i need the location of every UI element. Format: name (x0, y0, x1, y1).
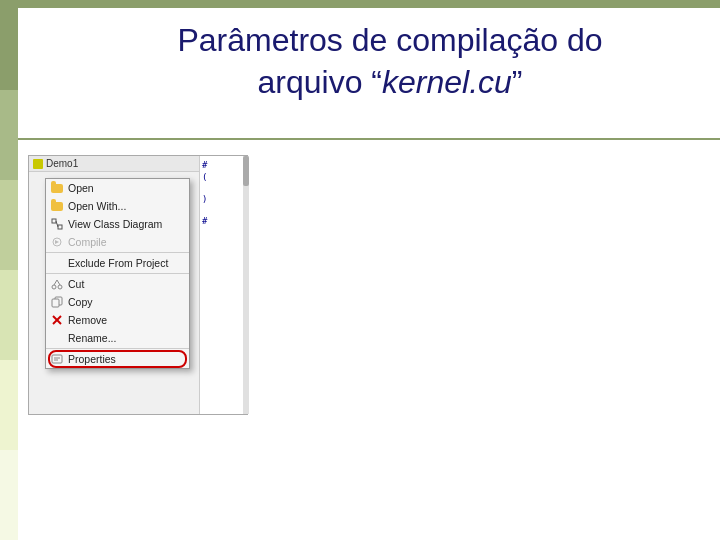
cut-icon (50, 277, 64, 291)
svg-line-7 (57, 280, 60, 285)
code-line-3: ) (202, 194, 247, 204)
code-line-1: # (202, 160, 247, 170)
menu-sep-2 (46, 273, 189, 274)
properties-icon (50, 352, 64, 366)
menu-label-view-class: View Class Diagram (68, 218, 183, 230)
project-icon (33, 159, 43, 169)
menu-label-cut: Cut (68, 278, 183, 290)
title-line2-suffix: ” (512, 64, 523, 100)
menu-item-remove[interactable]: Remove (46, 311, 189, 329)
menu-item-compile: Compile (46, 233, 189, 251)
open-icon (50, 181, 64, 195)
scrollbar-thumb[interactable] (243, 156, 249, 186)
menu-sep-3 (46, 348, 189, 349)
rename-icon (50, 331, 64, 345)
stripe-1 (0, 0, 18, 90)
open-with-icon (50, 199, 64, 213)
stripe-5 (0, 360, 18, 450)
menu-sep-1 (46, 252, 189, 253)
svg-rect-0 (52, 219, 56, 223)
view-class-icon (50, 217, 64, 231)
ide-window: Demo1 Open Open With... View Class (28, 155, 248, 415)
svg-point-5 (58, 285, 62, 289)
title-filename: kernel.cu (382, 64, 512, 100)
stripe-2 (0, 90, 18, 180)
top-accent-bar (18, 0, 720, 8)
menu-label-properties: Properties (68, 353, 183, 365)
menu-label-open: Open (68, 182, 183, 194)
code-line-4: # (202, 216, 247, 226)
menu-label-open-with: Open With... (68, 200, 183, 212)
svg-line-6 (54, 280, 57, 285)
context-menu: Open Open With... View Class Diagram Com… (45, 178, 190, 369)
code-area: # ( ) # (199, 156, 249, 414)
menu-label-rename: Rename... (68, 332, 183, 344)
screenshot-area: Demo1 Open Open With... View Class (28, 155, 248, 415)
project-label: Demo1 (46, 158, 78, 169)
title-area: Parâmetros de compilação do arquivo “ker… (100, 20, 680, 103)
svg-rect-1 (58, 225, 62, 229)
menu-label-compile: Compile (68, 236, 183, 248)
title-line2-prefix: arquivo “ (258, 64, 383, 100)
svg-line-2 (56, 221, 58, 227)
title-line1: Parâmetros de compilação do (177, 22, 602, 58)
scrollbar[interactable] (243, 156, 249, 414)
exclude-icon (50, 256, 64, 270)
menu-item-open[interactable]: Open (46, 179, 189, 197)
stripe-6 (0, 450, 18, 540)
copy-icon (50, 295, 64, 309)
menu-item-rename[interactable]: Rename... (46, 329, 189, 347)
stripe-4 (0, 270, 18, 360)
menu-item-exclude[interactable]: Exclude From Project (46, 254, 189, 272)
code-line-2: ( (202, 172, 247, 182)
left-stripes (0, 0, 18, 540)
slide-title: Parâmetros de compilação do arquivo “ker… (100, 20, 680, 103)
svg-rect-9 (52, 299, 59, 307)
remove-icon (50, 313, 64, 327)
svg-rect-12 (52, 355, 62, 363)
menu-item-view-class[interactable]: View Class Diagram (46, 215, 189, 233)
menu-item-properties[interactable]: Properties (46, 350, 189, 368)
stripe-3 (0, 180, 18, 270)
svg-point-4 (52, 285, 56, 289)
compile-icon (50, 235, 64, 249)
menu-item-copy[interactable]: Copy (46, 293, 189, 311)
menu-label-copy: Copy (68, 296, 183, 308)
title-underline (18, 138, 720, 140)
menu-item-cut[interactable]: Cut (46, 275, 189, 293)
menu-item-open-with[interactable]: Open With... (46, 197, 189, 215)
menu-label-exclude: Exclude From Project (68, 257, 183, 269)
menu-label-remove: Remove (68, 314, 183, 326)
